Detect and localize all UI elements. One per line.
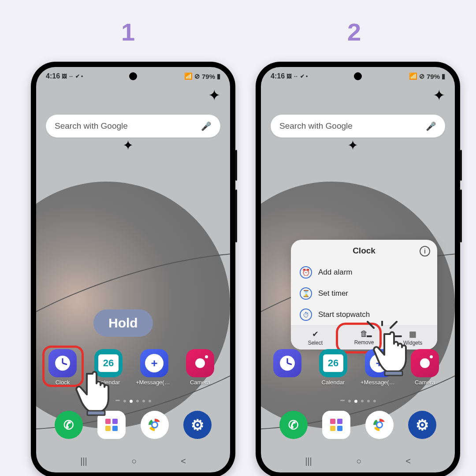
nav-home-icon[interactable]: ○ [131, 456, 137, 466]
select-icon: ✔ [291, 329, 340, 339]
dock-apps[interactable] [93, 411, 130, 441]
app-label: Camera [182, 379, 219, 386]
phone-frame-1: ✦ ✦ 4:16 🖼 ↔ ✔ • 📶 ⊘79%▮ Search with Goo… [31, 62, 235, 476]
search-placeholder: Search with Google [279, 121, 353, 131]
svg-rect-6 [112, 426, 118, 431]
app-label: Calendar [315, 379, 352, 386]
app-label: +Message(SM... [361, 379, 398, 386]
nav-bar[interactable]: ||| ○ < [36, 456, 230, 466]
menu-bar-select[interactable]: ✔Select [291, 326, 340, 350]
mic-icon[interactable]: 🎤 [426, 121, 436, 131]
menu-item-label: Start stopwatch [318, 310, 370, 319]
app-label [269, 379, 306, 386]
menu-title: Clock [353, 246, 376, 256]
menu-bar-label: Widgets [403, 340, 422, 346]
step-2-label: 2 [347, 18, 361, 46]
dock-chrome[interactable] [361, 411, 398, 441]
step-1-label: 1 [121, 18, 135, 46]
svg-rect-5 [105, 426, 111, 431]
menu-bar-widgets[interactable]: ▦Widgets [388, 326, 437, 350]
timer-icon: ⌛ [300, 287, 312, 300]
menu-item-set-timer[interactable]: ⌛Set timer [291, 283, 437, 304]
svg-point-9 [152, 423, 157, 427]
info-icon[interactable]: i [420, 246, 430, 257]
app-label: Calendar [90, 379, 127, 386]
nav-recent-icon[interactable]: ||| [80, 456, 87, 466]
dock-settings[interactable]: ⚙ [404, 411, 441, 441]
app-calendar[interactable]: 26 Calendar [90, 349, 127, 386]
app-clock[interactable] [269, 349, 306, 386]
status-battery: 79% [202, 73, 215, 80]
svg-point-20 [377, 423, 382, 427]
mic-icon[interactable]: 🎤 [201, 121, 212, 131]
nav-bar[interactable]: ||| ○ < [261, 456, 455, 466]
svg-rect-14 [330, 419, 335, 424]
alarm-icon: ⏰ [300, 266, 312, 279]
svg-rect-15 [337, 419, 342, 424]
dock-settings[interactable]: ⚙ [179, 411, 216, 441]
menu-item-start-stopwatch[interactable]: ⏱Start stopwatch [291, 304, 437, 325]
app-calendar[interactable]: 26 Calendar [315, 349, 352, 386]
calendar-date: 26 [98, 354, 119, 372]
app-label: +Message(SM... [136, 379, 173, 386]
search-bar[interactable]: Search with Google 🎤 [46, 115, 220, 138]
highlight-clock-icon [42, 346, 84, 387]
status-bar: 4:16 🖼 ↔ ✔ • 📶 ⊘79%▮ [261, 70, 455, 83]
phone-frame-2: ✦ ✦ 4:16 🖼 ↔ ✔ • 📶 ⊘79%▮ Search with Goo… [256, 62, 460, 476]
page-dots[interactable] [36, 400, 230, 403]
status-time: 4:16 [46, 72, 60, 80]
menu-item-label: Add alarm [318, 268, 352, 277]
app-camera[interactable]: Camera [182, 349, 219, 386]
page-dots[interactable] [261, 400, 455, 403]
stopwatch-icon: ⏱ [300, 309, 312, 321]
nav-home-icon[interactable]: ○ [356, 456, 361, 466]
app-message[interactable]: + +Message(SM... [136, 349, 173, 386]
dock-apps[interactable] [318, 411, 355, 441]
app-message[interactable]: + +Message(SM... [361, 349, 398, 386]
search-bar[interactable]: Search with Google 🎤 [271, 115, 445, 138]
nav-back-icon[interactable]: < [181, 456, 186, 466]
nav-recent-icon[interactable]: ||| [305, 456, 312, 466]
menu-item-add-alarm[interactable]: ⏰Add alarm [291, 262, 437, 283]
svg-rect-17 [337, 426, 342, 431]
status-battery: 79% [427, 73, 440, 80]
hold-tooltip: Hold [93, 309, 153, 337]
search-placeholder: Search with Google [55, 121, 128, 131]
dock-chrome[interactable] [136, 411, 173, 441]
status-bar: 4:16 🖼 ↔ ✔ • 📶 ⊘79%▮ [36, 70, 230, 83]
screen-2[interactable]: ✦ ✦ 4:16 🖼 ↔ ✔ • 📶 ⊘79%▮ Search with Goo… [261, 67, 455, 472]
calendar-date: 26 [323, 354, 343, 372]
screen-1[interactable]: ✦ ✦ 4:16 🖼 ↔ ✔ • 📶 ⊘79%▮ Search with Goo… [36, 67, 230, 472]
menu-item-label: Set timer [318, 289, 348, 298]
svg-rect-4 [112, 419, 118, 424]
dock-phone[interactable]: ✆ [275, 411, 312, 441]
nav-back-icon[interactable]: < [405, 456, 411, 466]
app-label: Camera [406, 379, 443, 386]
svg-rect-3 [105, 419, 111, 424]
menu-bar-label: Select [308, 340, 323, 346]
app-camera[interactable]: Camera [406, 349, 443, 386]
widgets-icon: ▦ [388, 329, 437, 339]
svg-rect-16 [330, 426, 335, 431]
dock-phone[interactable]: ✆ [50, 411, 87, 441]
status-time: 4:16 [271, 72, 285, 80]
